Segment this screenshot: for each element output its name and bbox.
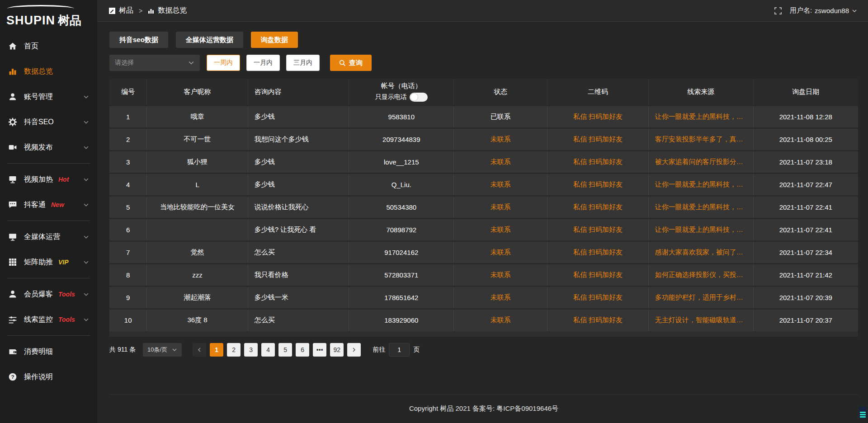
account-cell: 917024162 xyxy=(349,241,454,263)
source-cell[interactable]: 多功能护栏灯，适用于乡村文... xyxy=(648,286,753,309)
app-logo: SHUPIN 树品 xyxy=(0,3,97,31)
sidebar-item-grid[interactable]: 矩阵助推VIP xyxy=(0,249,97,275)
source-cell[interactable]: 如何正确选择投影仪，买投影... xyxy=(648,263,753,286)
serial-cell: 9 xyxy=(109,286,147,309)
source-cell[interactable]: 让你一眼就爱上的黑科技，能... xyxy=(648,196,753,218)
serial-cell: 10 xyxy=(109,309,147,331)
chevron-down-icon xyxy=(83,259,89,265)
page-button-92[interactable]: 92 xyxy=(330,343,344,357)
page-button-1[interactable]: 1 xyxy=(210,343,223,357)
table-row: 8zzz我只看价格572803371未联系私信 扫码加好友如何正确选择投影仪，买… xyxy=(109,263,858,286)
sidebar-item-sliders[interactable]: 线索监控Tools xyxy=(0,307,97,332)
qrcode-cell[interactable]: 私信 扫码加好友 xyxy=(547,241,649,263)
user-menu[interactable]: 用户名: zswodun88 xyxy=(790,6,857,15)
table-row: 6多少钱? 让我死心 看70898792未联系私信 扫码加好友让你一眼就爱上的黑… xyxy=(109,218,858,241)
filter-select[interactable]: 请选择 xyxy=(109,55,200,71)
inquiry-table-wrap: 编号 客户昵称 咨询内容 帐号（电话） 只显示电话 状态 二维码 线索来源 xyxy=(109,79,858,337)
help-icon: ? xyxy=(8,372,17,381)
menu-divider xyxy=(7,335,90,336)
col-date: 询盘日期 xyxy=(753,79,858,105)
username-label: 用户名: xyxy=(790,6,812,15)
sidebar-item-wallet[interactable]: 消费明细 xyxy=(0,339,97,364)
next-page-button[interactable] xyxy=(347,343,361,357)
goto-page-input[interactable] xyxy=(389,343,410,357)
breadcrumb: 树品 > 数据总览 xyxy=(109,6,187,15)
page-button-6[interactable]: 6 xyxy=(296,343,309,357)
qrcode-cell[interactable]: 私信 扫码加好友 xyxy=(547,105,649,128)
table-row: 5当地比较能吃的一位美女说说价格让我死心50534380未联系私信 扫码加好友让… xyxy=(109,196,858,218)
fullscreen-icon[interactable] xyxy=(774,7,782,14)
logo-text-cn: 树品 xyxy=(58,13,81,28)
source-cell[interactable]: 客厅安装投影半年多了，真实... xyxy=(648,128,753,150)
query-button[interactable]: 查询 xyxy=(330,55,372,71)
search-icon xyxy=(339,60,346,66)
member-icon xyxy=(8,290,17,299)
page-footer: Copyright 树品 2021 备案号: 粤ICP备09019646号 xyxy=(109,394,858,423)
time-range-button-2[interactable]: 一月内 xyxy=(246,55,280,71)
status-cell: 未联系 xyxy=(454,128,547,150)
source-cell[interactable]: 无主灯设计，智能磁吸轨道灯... xyxy=(648,309,753,331)
qrcode-cell[interactable]: 私信 扫码加好友 xyxy=(547,286,649,309)
page-ellipsis-button[interactable]: ••• xyxy=(313,343,326,357)
sidebar-item-user[interactable]: 账号管理 xyxy=(0,84,97,109)
toggle-knob xyxy=(410,93,418,101)
status-cell: 已联系 xyxy=(454,105,547,128)
main-area: 树品 > 数据总览 用户名: zswodun88 抖音seo数据全媒体运营数据询… xyxy=(97,0,868,423)
sidebar-item-chart[interactable]: 数据总览 xyxy=(0,59,97,84)
prev-page-button[interactable] xyxy=(193,343,206,357)
page-size-select[interactable]: 10条/页 xyxy=(143,343,182,357)
source-cell[interactable]: 被大家追着问的客厅投影分享... xyxy=(648,150,753,173)
page-button-3[interactable]: 3 xyxy=(244,343,258,357)
account-cell: love__1215 xyxy=(349,150,454,173)
qrcode-cell[interactable]: 私信 扫码加好友 xyxy=(547,263,649,286)
filter-select-placeholder: 请选择 xyxy=(115,59,134,67)
sidebar-item-home[interactable]: 首页 xyxy=(0,33,97,59)
source-cell[interactable]: 让你一眼就爱上的黑科技，能... xyxy=(648,105,753,128)
breadcrumb-root[interactable]: 树品 xyxy=(119,6,133,15)
sidebar-item-chat[interactable]: 抖客通New xyxy=(0,192,97,217)
sidebar-badge: VIP xyxy=(58,258,69,266)
qrcode-cell[interactable]: 私信 扫码加好友 xyxy=(547,218,649,241)
time-range-button-1[interactable]: 一周内 xyxy=(207,55,240,71)
source-cell[interactable]: 感谢大家喜欢我家，被问了好... xyxy=(648,241,753,263)
sidebar-item-gear[interactable]: 抖音SEO xyxy=(0,109,97,135)
time-range-button-3[interactable]: 三月内 xyxy=(286,55,320,71)
status-cell: 未联系 xyxy=(454,241,547,263)
page-button-2[interactable]: 2 xyxy=(227,343,241,357)
serial-cell: 5 xyxy=(109,196,147,218)
sidebar-item-help[interactable]: ?操作说明 xyxy=(0,364,97,390)
menu-divider xyxy=(7,163,90,164)
tab-2[interactable]: 全媒体运营数据 xyxy=(176,32,243,48)
account-cell: Q_Liu. xyxy=(349,173,454,196)
phone-only-toggle[interactable] xyxy=(410,93,428,102)
qrcode-cell[interactable]: 私信 扫码加好友 xyxy=(547,173,649,196)
serial-cell: 7 xyxy=(109,241,147,263)
source-cell[interactable]: 让你一眼就爱上的黑科技，能... xyxy=(648,173,753,196)
page-button-5[interactable]: 5 xyxy=(278,343,292,357)
content-cell: 多少钱一米 xyxy=(248,286,349,309)
qrcode-cell[interactable]: 私信 扫码加好友 xyxy=(547,150,649,173)
qrcode-cell[interactable]: 私信 扫码加好友 xyxy=(547,309,649,331)
nickname-cell: L xyxy=(147,173,248,196)
source-cell[interactable]: 让你一眼就爱上的黑科技，能... xyxy=(648,218,753,241)
content-cell: 多少钱 xyxy=(248,173,349,196)
chart-icon xyxy=(8,67,17,76)
sidebar-item-screen[interactable]: 视频加热Hot xyxy=(0,167,97,192)
sidebar-menu: 首页数据总览账号管理抖音SEO视频发布视频加热Hot抖客通New全媒体运营矩阵助… xyxy=(0,33,97,390)
tab-3[interactable]: 询盘数据 xyxy=(251,32,298,48)
sidebar-item-monitor[interactable]: 全媒体运营 xyxy=(0,224,97,249)
grid-icon xyxy=(8,258,17,267)
goto-suffix: 页 xyxy=(413,346,420,354)
breadcrumb-current: 数据总览 xyxy=(158,6,187,15)
chevron-right-icon xyxy=(351,347,357,352)
sidebar-item-member[interactable]: 会员爆客Tools xyxy=(0,282,97,307)
table-row: 9潮起潮落多少钱一米178651642未联系私信 扫码加好友多功能护栏灯，适用于… xyxy=(109,286,858,309)
qrcode-cell[interactable]: 私信 扫码加好友 xyxy=(547,196,649,218)
qrcode-cell[interactable]: 私信 扫码加好友 xyxy=(547,128,649,150)
sidebar-item-video[interactable]: 视频发布 xyxy=(0,135,97,160)
status-cell: 未联系 xyxy=(454,286,547,309)
pagination: 共 911 条 10条/页 123456•••92 前往 页 xyxy=(109,343,858,357)
tab-1[interactable]: 抖音seo数据 xyxy=(109,32,168,48)
page-button-4[interactable]: 4 xyxy=(261,343,275,357)
table-row: 3狐小狸多少钱love__1215未联系私信 扫码加好友被大家追着问的客厅投影分… xyxy=(109,150,858,173)
